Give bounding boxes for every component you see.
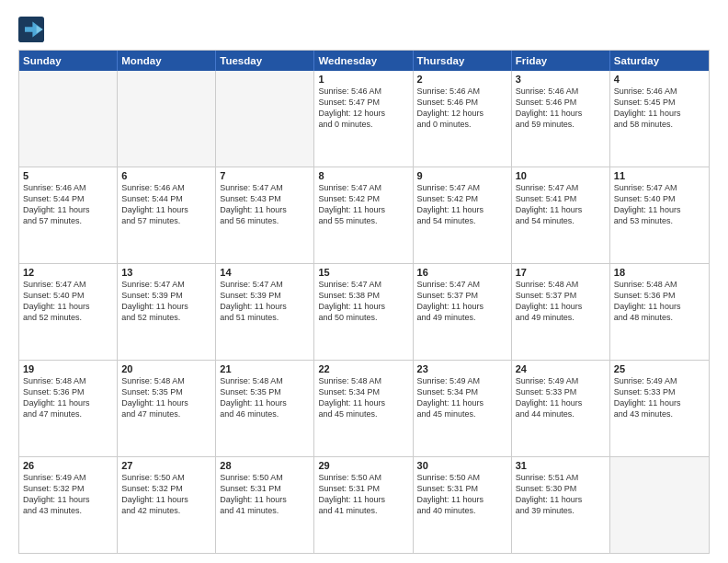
- day-cell-25: 25Sunrise: 5:49 AM Sunset: 5:33 PM Dayli…: [610, 361, 709, 456]
- cell-info: Sunrise: 5:46 AM Sunset: 5:44 PM Dayligh…: [23, 182, 113, 227]
- day-number: 17: [516, 267, 606, 278]
- week-row-2: 5Sunrise: 5:46 AM Sunset: 5:44 PM Daylig…: [19, 167, 709, 263]
- cell-info: Sunrise: 5:50 AM Sunset: 5:31 PM Dayligh…: [318, 472, 408, 517]
- day-number: 9: [417, 170, 507, 181]
- cell-info: Sunrise: 5:48 AM Sunset: 5:36 PM Dayligh…: [614, 279, 705, 324]
- header-day-tuesday: Tuesday: [216, 51, 314, 71]
- day-cell-9: 9Sunrise: 5:47 AM Sunset: 5:42 PM Daylig…: [414, 167, 512, 263]
- empty-cell: [19, 71, 118, 167]
- cell-info: Sunrise: 5:46 AM Sunset: 5:46 PM Dayligh…: [516, 86, 606, 131]
- week-row-3: 12Sunrise: 5:47 AM Sunset: 5:40 PM Dayli…: [19, 263, 709, 360]
- cell-info: Sunrise: 5:49 AM Sunset: 5:33 PM Dayligh…: [516, 375, 606, 420]
- day-number: 19: [23, 363, 113, 374]
- header: [18, 17, 710, 42]
- day-cell-23: 23Sunrise: 5:49 AM Sunset: 5:34 PM Dayli…: [414, 361, 512, 456]
- empty-cell: [216, 71, 314, 167]
- day-number: 21: [220, 363, 310, 374]
- day-cell-21: 21Sunrise: 5:48 AM Sunset: 5:35 PM Dayli…: [216, 361, 314, 456]
- day-cell-18: 18Sunrise: 5:48 AM Sunset: 5:36 PM Dayli…: [610, 264, 709, 360]
- week-row-4: 19Sunrise: 5:48 AM Sunset: 5:36 PM Dayli…: [19, 360, 709, 456]
- day-number: 18: [614, 267, 705, 278]
- day-number: 13: [121, 267, 211, 278]
- calendar-header: SundayMondayTuesdayWednesdayThursdayFrid…: [19, 51, 709, 71]
- cell-info: Sunrise: 5:47 AM Sunset: 5:38 PM Dayligh…: [318, 279, 408, 324]
- day-cell-30: 30Sunrise: 5:50 AM Sunset: 5:31 PM Dayli…: [414, 457, 512, 553]
- day-cell-12: 12Sunrise: 5:47 AM Sunset: 5:40 PM Dayli…: [19, 264, 118, 360]
- day-cell-1: 1Sunrise: 5:46 AM Sunset: 5:47 PM Daylig…: [314, 71, 413, 167]
- day-cell-26: 26Sunrise: 5:49 AM Sunset: 5:32 PM Dayli…: [19, 457, 118, 553]
- day-number: 5: [23, 170, 113, 181]
- cell-info: Sunrise: 5:48 AM Sunset: 5:35 PM Dayligh…: [220, 375, 310, 420]
- day-cell-4: 4Sunrise: 5:46 AM Sunset: 5:45 PM Daylig…: [610, 71, 709, 167]
- header-day-saturday: Saturday: [610, 51, 709, 71]
- day-number: 16: [417, 267, 507, 278]
- cell-info: Sunrise: 5:48 AM Sunset: 5:36 PM Dayligh…: [23, 375, 113, 420]
- day-cell-13: 13Sunrise: 5:47 AM Sunset: 5:39 PM Dayli…: [118, 264, 216, 360]
- day-number: 24: [516, 363, 606, 374]
- day-cell-14: 14Sunrise: 5:47 AM Sunset: 5:39 PM Dayli…: [216, 264, 314, 360]
- cell-info: Sunrise: 5:49 AM Sunset: 5:33 PM Dayligh…: [614, 375, 705, 420]
- cell-info: Sunrise: 5:46 AM Sunset: 5:45 PM Dayligh…: [614, 86, 705, 131]
- day-cell-28: 28Sunrise: 5:50 AM Sunset: 5:31 PM Dayli…: [216, 457, 314, 553]
- day-cell-27: 27Sunrise: 5:50 AM Sunset: 5:32 PM Dayli…: [118, 457, 216, 553]
- day-number: 12: [23, 267, 113, 278]
- day-cell-29: 29Sunrise: 5:50 AM Sunset: 5:31 PM Dayli…: [314, 457, 413, 553]
- cell-info: Sunrise: 5:48 AM Sunset: 5:35 PM Dayligh…: [121, 375, 211, 420]
- cell-info: Sunrise: 5:47 AM Sunset: 5:40 PM Dayligh…: [614, 182, 705, 227]
- cell-info: Sunrise: 5:47 AM Sunset: 5:39 PM Dayligh…: [121, 279, 211, 324]
- day-number: 6: [121, 170, 211, 181]
- cell-info: Sunrise: 5:46 AM Sunset: 5:47 PM Dayligh…: [318, 86, 408, 131]
- week-row-1: 1Sunrise: 5:46 AM Sunset: 5:47 PM Daylig…: [19, 71, 709, 167]
- day-cell-6: 6Sunrise: 5:46 AM Sunset: 5:44 PM Daylig…: [118, 167, 216, 263]
- day-cell-7: 7Sunrise: 5:47 AM Sunset: 5:43 PM Daylig…: [216, 167, 314, 263]
- day-number: 8: [318, 170, 408, 181]
- cell-info: Sunrise: 5:50 AM Sunset: 5:31 PM Dayligh…: [417, 472, 507, 517]
- logo-icon: [18, 17, 44, 42]
- day-number: 30: [417, 460, 507, 471]
- day-number: 20: [121, 363, 211, 374]
- day-cell-16: 16Sunrise: 5:47 AM Sunset: 5:37 PM Dayli…: [414, 264, 512, 360]
- cell-info: Sunrise: 5:47 AM Sunset: 5:40 PM Dayligh…: [23, 279, 113, 324]
- cell-info: Sunrise: 5:47 AM Sunset: 5:43 PM Dayligh…: [220, 182, 310, 227]
- day-cell-20: 20Sunrise: 5:48 AM Sunset: 5:35 PM Dayli…: [118, 361, 216, 456]
- day-cell-8: 8Sunrise: 5:47 AM Sunset: 5:42 PM Daylig…: [314, 167, 413, 263]
- day-number: 31: [516, 460, 606, 471]
- day-number: 28: [220, 460, 310, 471]
- day-number: 22: [318, 363, 408, 374]
- day-number: 4: [614, 74, 705, 85]
- day-number: 14: [220, 267, 310, 278]
- day-number: 26: [23, 460, 113, 471]
- day-cell-2: 2Sunrise: 5:46 AM Sunset: 5:46 PM Daylig…: [414, 71, 512, 167]
- cell-info: Sunrise: 5:48 AM Sunset: 5:37 PM Dayligh…: [516, 279, 606, 324]
- day-number: 25: [614, 363, 705, 374]
- day-cell-10: 10Sunrise: 5:47 AM Sunset: 5:41 PM Dayli…: [512, 167, 610, 263]
- empty-cell: [118, 71, 216, 167]
- day-cell-5: 5Sunrise: 5:46 AM Sunset: 5:44 PM Daylig…: [19, 167, 118, 263]
- day-cell-17: 17Sunrise: 5:48 AM Sunset: 5:37 PM Dayli…: [512, 264, 610, 360]
- calendar-body: 1Sunrise: 5:46 AM Sunset: 5:47 PM Daylig…: [19, 71, 709, 553]
- cell-info: Sunrise: 5:47 AM Sunset: 5:41 PM Dayligh…: [516, 182, 606, 227]
- day-cell-11: 11Sunrise: 5:47 AM Sunset: 5:40 PM Dayli…: [610, 167, 709, 263]
- cell-info: Sunrise: 5:47 AM Sunset: 5:37 PM Dayligh…: [417, 279, 507, 324]
- cell-info: Sunrise: 5:49 AM Sunset: 5:34 PM Dayligh…: [417, 375, 507, 420]
- calendar: SundayMondayTuesdayWednesdayThursdayFrid…: [18, 50, 710, 554]
- day-cell-24: 24Sunrise: 5:49 AM Sunset: 5:33 PM Dayli…: [512, 361, 610, 456]
- cell-info: Sunrise: 5:48 AM Sunset: 5:34 PM Dayligh…: [318, 375, 408, 420]
- week-row-5: 26Sunrise: 5:49 AM Sunset: 5:32 PM Dayli…: [19, 456, 709, 553]
- logo: [18, 17, 48, 42]
- day-number: 23: [417, 363, 507, 374]
- day-number: 2: [417, 74, 507, 85]
- empty-cell: [610, 457, 709, 553]
- day-number: 15: [318, 267, 408, 278]
- cell-info: Sunrise: 5:50 AM Sunset: 5:32 PM Dayligh…: [121, 472, 211, 517]
- day-number: 11: [614, 170, 705, 181]
- cell-info: Sunrise: 5:46 AM Sunset: 5:46 PM Dayligh…: [417, 86, 507, 131]
- day-number: 10: [516, 170, 606, 181]
- page: SundayMondayTuesdayWednesdayThursdayFrid…: [0, 0, 728, 563]
- cell-info: Sunrise: 5:47 AM Sunset: 5:39 PM Dayligh…: [220, 279, 310, 324]
- day-cell-22: 22Sunrise: 5:48 AM Sunset: 5:34 PM Dayli…: [314, 361, 413, 456]
- header-day-friday: Friday: [512, 51, 610, 71]
- cell-info: Sunrise: 5:51 AM Sunset: 5:30 PM Dayligh…: [516, 472, 606, 517]
- day-cell-19: 19Sunrise: 5:48 AM Sunset: 5:36 PM Dayli…: [19, 361, 118, 456]
- header-day-wednesday: Wednesday: [314, 51, 413, 71]
